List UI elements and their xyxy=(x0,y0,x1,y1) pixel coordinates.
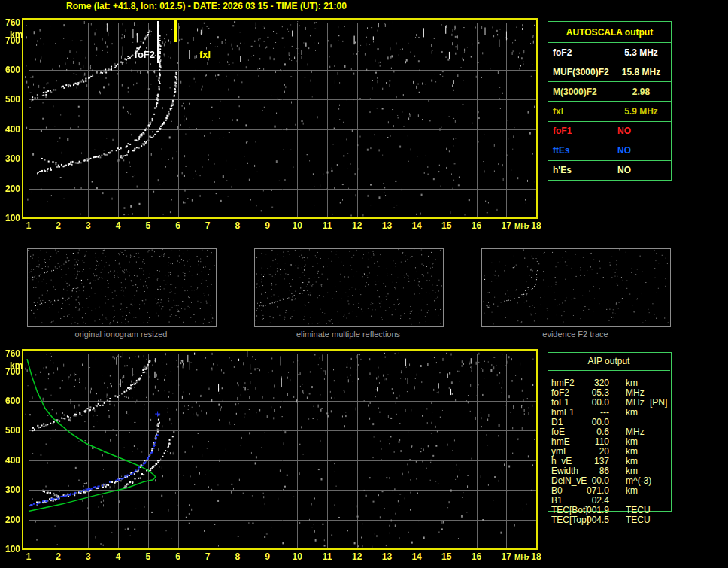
x-tick-label: 18 xyxy=(528,552,544,561)
autoscala-table-title: AUTOSCALA output xyxy=(548,22,671,43)
autoscala-row-value: NO xyxy=(611,122,671,141)
autoscala-row-value: NO xyxy=(611,141,671,160)
x-tick-label: 5 xyxy=(140,221,156,230)
y-tick-label: 760 xyxy=(0,349,20,358)
x-tick-label: 13 xyxy=(378,552,395,561)
x-tick-label: 6 xyxy=(170,552,187,561)
x-tick-label: 9 xyxy=(259,221,276,230)
thumbnail-original-canvas xyxy=(28,249,216,326)
x-tick-label: 16 xyxy=(469,552,485,561)
x-tick-label: 3 xyxy=(80,552,96,561)
autoscala-row-muf3000f2: MUF(3000)F215.8 MHz xyxy=(548,62,671,82)
autoscala-row-label: MUF(3000)F2 xyxy=(548,62,611,81)
fxi-marker-label: fxI xyxy=(199,50,211,59)
x-tick-label: 11 xyxy=(319,552,335,561)
aip-row-tectop: TEC[Top]004.5TECU xyxy=(548,515,670,525)
thumbnail-evidence-canvas xyxy=(482,249,670,326)
bottom-ionogram-plot xyxy=(22,349,538,550)
x-tick-label: 17 xyxy=(498,552,514,561)
autoscala-output-screen: Rome (lat: +41.8, lon: 012.5) - DATE: 20… xyxy=(0,0,728,568)
autoscala-row-label: ftEs xyxy=(548,141,611,160)
thumbnail-caption-evidence: evidence F2 trace xyxy=(481,330,669,339)
x-tick-label: 12 xyxy=(349,552,366,561)
autoscala-row-value: 2.98 xyxy=(611,82,671,101)
aip-row-unit: km xyxy=(626,408,638,418)
y-tick-label: 100 xyxy=(0,214,20,223)
autoscala-row-fxi: fxI5.9 MHz xyxy=(548,102,671,121)
autoscala-row-label: foF2 xyxy=(548,43,611,62)
x-tick-label: 4 xyxy=(110,221,126,230)
x-tick-label: 7 xyxy=(199,221,216,230)
x-tick-label: 9 xyxy=(259,552,276,561)
x-tick-label: 12 xyxy=(349,221,366,230)
autoscala-row-label: M(3000)F2 xyxy=(548,82,611,101)
x-tick-label: 3 xyxy=(80,221,96,230)
page-title: Rome (lat: +41.8, lon: 012.5) - DATE: 20… xyxy=(66,1,347,11)
autoscala-row-label: h'Es xyxy=(548,161,611,180)
thumbnail-evidence-f2 xyxy=(481,248,671,327)
thumbnail-caption-eliminate: eliminate multiple reflections xyxy=(254,330,442,339)
x-tick-label: 11 xyxy=(319,221,335,230)
x-tick-label: 7 xyxy=(199,552,216,561)
thumbnail-eliminate-reflections xyxy=(254,248,444,327)
top-ionogram-plot: foF2 fxI xyxy=(22,18,538,219)
aip-row-unit: km xyxy=(626,486,638,496)
thumbnail-eliminate-canvas xyxy=(255,249,443,326)
x-tick-label: 10 xyxy=(289,552,305,561)
x-tick-label: 2 xyxy=(50,552,67,561)
x-tick-label: 8 xyxy=(229,552,246,561)
y-tick-label: 400 xyxy=(0,125,20,134)
x-tick-label: 2 xyxy=(50,221,67,230)
autoscala-row-ftes: ftEsNO xyxy=(548,141,671,161)
x-tick-label: 18 xyxy=(528,221,544,230)
autoscala-row-fof2: foF25.3 MHz xyxy=(548,43,671,62)
autoscala-row-value: 15.8 MHz xyxy=(611,62,671,81)
autoscala-row-value: 5.3 MHz xyxy=(611,43,671,62)
x-tick-label: 14 xyxy=(408,552,425,561)
y-tick-label: 200 xyxy=(0,184,20,193)
aip-row-value: 004.5 xyxy=(570,515,609,525)
x-tick-label: 15 xyxy=(438,552,455,561)
y-axis-unit: km xyxy=(10,30,23,39)
x-tick-label: 10 xyxy=(289,221,305,230)
aip-table-title: AIP output xyxy=(548,352,670,371)
y-tick-label: 500 xyxy=(0,95,20,104)
x-tick-label: 1 xyxy=(20,221,37,230)
autoscala-row-value: NO xyxy=(611,161,671,180)
y-tick-label: 300 xyxy=(0,485,20,494)
autoscala-row-fof1: foF1NO xyxy=(548,122,671,141)
x-tick-label: 8 xyxy=(229,221,246,230)
y-tick-label: 600 xyxy=(0,65,20,74)
top-ionogram-canvas xyxy=(22,18,538,219)
autoscala-row-label: fxI xyxy=(548,102,611,120)
x-tick-label: 16 xyxy=(469,221,485,230)
x-tick-label: 1 xyxy=(20,552,37,561)
y-axis-unit: km xyxy=(10,361,23,370)
autoscala-row-m3000f2: M(3000)F22.98 xyxy=(548,82,671,102)
x-axis-unit: MHz xyxy=(514,223,530,231)
x-tick-label: 15 xyxy=(438,221,455,230)
x-tick-label: 6 xyxy=(170,221,187,230)
x-tick-label: 5 xyxy=(140,552,156,561)
x-tick-label: 13 xyxy=(378,221,395,230)
x-tick-label: 14 xyxy=(408,221,425,230)
x-tick-label: 4 xyxy=(110,552,126,561)
autoscala-row-value: 5.9 MHz xyxy=(611,102,671,120)
autoscala-output-table: AUTOSCALA output foF25.3 MHzMUF(3000)F21… xyxy=(548,21,672,181)
y-tick-label: 200 xyxy=(0,515,20,524)
aip-row-unit: TECU xyxy=(626,515,651,525)
y-tick-label: 100 xyxy=(0,545,20,554)
bottom-ionogram-canvas xyxy=(22,349,538,550)
y-tick-label: 500 xyxy=(0,426,20,435)
y-tick-label: 400 xyxy=(0,456,20,465)
thumbnail-original-ionogram xyxy=(27,248,217,327)
y-tick-label: 760 xyxy=(0,18,20,27)
thumbnail-caption-original: original ionogram resized xyxy=(27,330,215,339)
y-tick-label: 300 xyxy=(0,154,20,163)
fof2-marker-label: foF2 xyxy=(132,50,155,59)
aip-row-extra: [PN] xyxy=(650,398,667,408)
y-tick-label: 600 xyxy=(0,396,20,405)
autoscala-row-label: foF1 xyxy=(548,122,611,141)
autoscala-row-hes: h'EsNO xyxy=(548,161,671,180)
x-axis-unit: MHz xyxy=(514,554,530,562)
